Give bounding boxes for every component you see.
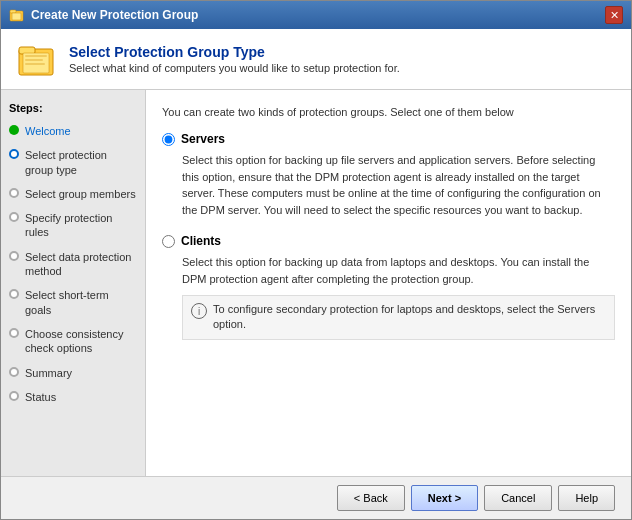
content-area: Steps: Welcome Select protection group t…	[1, 90, 631, 476]
main-window: Create New Protection Group ✕ Select Pro…	[0, 0, 632, 520]
info-icon: i	[191, 303, 207, 319]
step-text-select-members: Select group members	[25, 187, 136, 201]
help-button[interactable]: Help	[558, 485, 615, 511]
step-select-members: Select group members	[9, 185, 137, 203]
svg-rect-6	[25, 55, 47, 57]
info-text: To configure secondary protection for la…	[213, 302, 606, 333]
step-dot-summary	[9, 367, 19, 377]
step-dot-short-term	[9, 289, 19, 299]
steps-label: Steps:	[9, 102, 137, 114]
back-button[interactable]: < Back	[337, 485, 405, 511]
step-text-specify-rules: Specify protection rules	[25, 211, 137, 240]
servers-description: Select this option for backing up file s…	[182, 152, 615, 218]
step-text-consistency: Choose consistency check options	[25, 327, 137, 356]
window-icon	[9, 7, 25, 23]
step-text-status: Status	[25, 390, 56, 404]
servers-label: Servers	[181, 132, 225, 146]
header-icon	[17, 39, 57, 79]
step-text-summary: Summary	[25, 366, 72, 380]
window-title: Create New Protection Group	[31, 8, 605, 22]
servers-option-group: Servers Select this option for backing u…	[162, 132, 615, 218]
steps-panel: Steps: Welcome Select protection group t…	[1, 90, 146, 476]
step-short-term: Select short-term goals	[9, 286, 137, 319]
step-consistency: Choose consistency check options	[9, 325, 137, 358]
step-text-welcome: Welcome	[25, 124, 71, 138]
step-dot-consistency	[9, 328, 19, 338]
close-button[interactable]: ✕	[605, 6, 623, 24]
cancel-button[interactable]: Cancel	[484, 485, 552, 511]
step-dot-select-type	[9, 149, 19, 159]
step-dot-data-protection	[9, 251, 19, 261]
step-select-type: Select protection group type	[9, 146, 137, 179]
svg-rect-2	[12, 13, 21, 20]
svg-rect-1	[10, 10, 16, 13]
svg-rect-8	[25, 63, 45, 65]
step-summary: Summary	[9, 364, 137, 382]
step-dot-welcome	[9, 125, 19, 135]
step-dot-specify-rules	[9, 212, 19, 222]
header-area: Select Protection Group Type Select what…	[1, 29, 631, 90]
page-subtitle: Select what kind of computers you would …	[69, 62, 400, 74]
step-text-data-protection: Select data protection method	[25, 250, 137, 279]
page-title: Select Protection Group Type	[69, 44, 400, 60]
main-intro: You can create two kinds of protection g…	[162, 106, 615, 118]
title-bar: Create New Protection Group ✕	[1, 1, 631, 29]
clients-radio[interactable]	[162, 235, 175, 248]
step-text-short-term: Select short-term goals	[25, 288, 137, 317]
servers-radio[interactable]	[162, 133, 175, 146]
step-dot-status	[9, 391, 19, 401]
clients-info-box: i To configure secondary protection for …	[182, 295, 615, 340]
clients-option-header: Clients	[162, 234, 615, 248]
clients-option-group: Clients Select this option for backing u…	[162, 234, 615, 340]
clients-label: Clients	[181, 234, 221, 248]
step-text-select-type: Select protection group type	[25, 148, 137, 177]
clients-description: Select this option for backing up data f…	[182, 254, 615, 287]
header-text: Select Protection Group Type Select what…	[69, 44, 400, 74]
step-welcome: Welcome	[9, 122, 137, 140]
svg-rect-7	[25, 59, 43, 61]
next-button[interactable]: Next >	[411, 485, 478, 511]
footer-area: < Back Next > Cancel Help	[1, 476, 631, 519]
servers-option-header: Servers	[162, 132, 615, 146]
main-panel: You can create two kinds of protection g…	[146, 90, 631, 476]
step-data-protection: Select data protection method	[9, 248, 137, 281]
step-status: Status	[9, 388, 137, 406]
step-dot-select-members	[9, 188, 19, 198]
step-specify-rules: Specify protection rules	[9, 209, 137, 242]
